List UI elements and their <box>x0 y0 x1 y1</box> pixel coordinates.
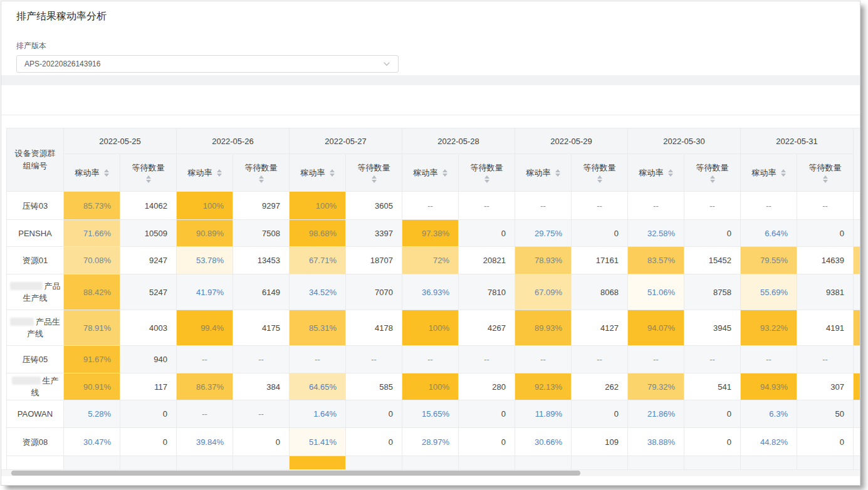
rate-col-header-3[interactable]: 稼动率 <box>402 154 459 192</box>
schedule-version-label: 排产版本 <box>16 41 845 50</box>
wait-col-header-4[interactable]: 等待数量 <box>572 154 628 192</box>
wait-cell: 0 <box>459 428 515 456</box>
rate-cell: -- <box>628 192 684 220</box>
wait-cell <box>572 456 628 470</box>
wait-cell <box>684 456 741 470</box>
clipped-next-date-cell <box>854 310 861 346</box>
wait-cell: 541 <box>684 373 741 400</box>
table-row: 资源0830.47%039.84%051.41%028.97%030.66%10… <box>7 428 861 456</box>
wait-cell: 18707 <box>346 247 402 274</box>
clipped-next-date-header <box>854 128 861 192</box>
rate-cell: -- <box>741 192 797 220</box>
wait-cell: -- <box>459 192 515 220</box>
main-panel: 排产结果稼动率分析 排产版本 APS-20220826143916 设备资源群组… <box>1 1 860 486</box>
wait-cell: 262 <box>572 373 628 400</box>
rate-col-header-1[interactable]: 稼动率 <box>177 154 233 192</box>
table-row: 产品生产线78.91%400399.4%417585.31%4178100%42… <box>7 310 861 346</box>
rate-header-label: 稼动率 <box>75 167 100 179</box>
wait-col-header-1[interactable]: 等待数量 <box>233 154 290 192</box>
date-header-5: 2022-05-30 <box>628 128 741 154</box>
horizontal-scrollbar-thumb[interactable] <box>11 471 580 476</box>
wait-cell: 50 <box>797 400 854 428</box>
sort-carets-icon[interactable] <box>217 169 222 177</box>
horizontal-scrollbar-track[interactable] <box>1 469 860 476</box>
wait-cell: 307 <box>797 373 854 400</box>
clipped-next-date-cell <box>854 456 861 470</box>
sort-carets-icon[interactable] <box>259 175 264 183</box>
date-header-6: 2022-05-31 <box>741 128 854 154</box>
table-row-partial <box>7 456 861 470</box>
rate-col-header-2[interactable]: 稼动率 <box>290 154 346 192</box>
wait-cell: -- <box>797 192 854 220</box>
rate-cell: 30.47% <box>64 428 120 456</box>
wait-col-header-6[interactable]: 等待数量 <box>797 154 854 192</box>
sort-carets-icon[interactable] <box>597 175 602 183</box>
wait-header-label: 等待数量 <box>245 162 278 174</box>
date-header-3: 2022-05-28 <box>402 128 515 154</box>
rate-col-header-6[interactable]: 稼动率 <box>741 154 797 192</box>
rate-cell: 85.31% <box>290 310 346 346</box>
wait-cell: 5247 <box>120 274 177 310</box>
wait-cell: 117 <box>120 373 177 400</box>
wait-cell <box>233 456 290 470</box>
rate-cell: 89.93% <box>515 310 572 346</box>
date-header-2: 2022-05-27 <box>290 128 402 154</box>
wait-header-label: 等待数量 <box>809 162 842 174</box>
section-divider-band <box>1 75 860 85</box>
clipped-next-date-cell <box>854 247 861 274</box>
wait-cell: 6149 <box>233 274 290 310</box>
wait-cell <box>459 456 515 470</box>
rate-cell: 79.55% <box>741 247 797 274</box>
corner-header: 设备资源群组编号 <box>7 128 64 192</box>
wait-col-header-0[interactable]: 等待数量 <box>120 154 177 192</box>
rate-cell: -- <box>402 346 459 373</box>
wait-col-header-2[interactable]: 等待数量 <box>346 154 402 192</box>
sort-carets-icon[interactable] <box>104 169 109 177</box>
sort-carets-icon[interactable] <box>484 175 489 183</box>
rate-col-header-4[interactable]: 稼动率 <box>515 154 572 192</box>
wait-header-label: 等待数量 <box>583 162 616 174</box>
wait-cell: 0 <box>797 220 854 247</box>
rate-cell: 93.22% <box>741 310 797 346</box>
wait-cell: 20821 <box>459 247 515 274</box>
resource-group-name: 压铸03 <box>7 192 64 220</box>
sort-carets-icon[interactable] <box>668 169 673 177</box>
table-scroll-container[interactable]: 设备资源群组编号2022-05-252022-05-262022-05-2720… <box>6 128 860 469</box>
toolbar-area <box>1 85 860 115</box>
rate-col-header-0[interactable]: 稼动率 <box>64 154 120 192</box>
rate-header-label: 稼动率 <box>752 167 776 179</box>
sort-carets-icon[interactable] <box>146 175 151 183</box>
rate-col-header-5[interactable]: 稼动率 <box>628 154 684 192</box>
rate-cell: 64.65% <box>290 373 346 400</box>
clipped-next-date-cell <box>854 192 861 220</box>
sort-carets-icon[interactable] <box>710 175 715 183</box>
rate-cell: -- <box>290 346 346 373</box>
resource-group-name: 产品生产线 <box>7 274 64 310</box>
sort-carets-icon[interactable] <box>372 175 377 183</box>
rate-header-label: 稼动率 <box>639 167 664 179</box>
wait-header-label: 等待数量 <box>696 162 729 174</box>
sort-carets-icon[interactable] <box>781 169 786 177</box>
rate-cell: 30.66% <box>515 428 572 456</box>
wait-cell: 9381 <box>797 274 854 310</box>
rate-cell: 44.82% <box>741 428 797 456</box>
wait-cell: 280 <box>459 373 515 400</box>
rate-cell: 36.93% <box>402 274 459 310</box>
sort-carets-icon[interactable] <box>823 175 828 183</box>
wait-col-header-3[interactable]: 等待数量 <box>459 154 515 192</box>
sort-carets-icon[interactable] <box>330 169 335 177</box>
schedule-version-select[interactable]: APS-20220826143916 <box>16 55 399 73</box>
wait-cell: 4267 <box>459 310 515 346</box>
wait-cell: 4003 <box>120 310 177 346</box>
wait-col-header-5[interactable]: 等待数量 <box>684 154 741 192</box>
rate-cell: 71.66% <box>64 220 120 247</box>
rate-cell <box>64 456 120 470</box>
clipped-next-date-cell <box>854 220 861 247</box>
rate-cell: 55.69% <box>741 274 797 310</box>
wait-cell: 4127 <box>572 310 628 346</box>
rate-cell: 6.64% <box>741 220 797 247</box>
table-row: 资源0170.08%924753.78%1345367.71%1870772%2… <box>7 247 861 274</box>
rate-cell: 97.38% <box>402 220 459 247</box>
sort-carets-icon[interactable] <box>555 169 560 177</box>
sort-carets-icon[interactable] <box>442 169 447 177</box>
